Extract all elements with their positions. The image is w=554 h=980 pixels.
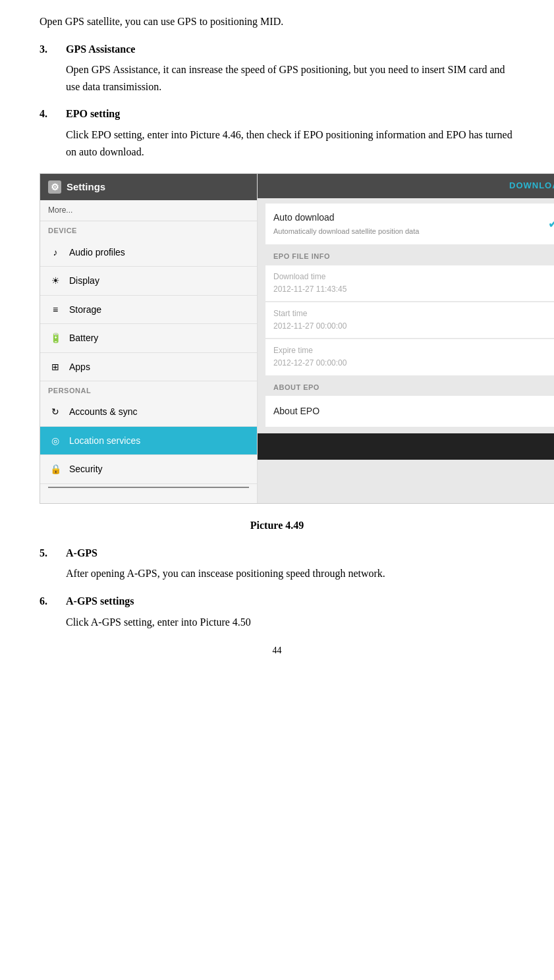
personal-section-label: PERSONAL xyxy=(40,381,257,398)
checkmark-icon: ✔ xyxy=(548,215,554,234)
storage-icon: ≡ xyxy=(48,302,63,317)
settings-screen: ⚙ Settings More... DEVICE ♪ Audio profil… xyxy=(40,174,554,503)
accounts-label: Accounts & sync xyxy=(69,404,138,419)
item-3-body: Open GPS Assistance, it can insrease the… xyxy=(66,61,514,95)
numbered-item-4: 4. EPO setting Click EPO setting, enter … xyxy=(40,105,514,160)
start-time-value: 2012-11-27 00:00:00 xyxy=(273,320,554,333)
display-label: Display xyxy=(69,273,99,288)
settings-item-apps[interactable]: ⊞ Apps xyxy=(40,353,257,381)
item-4-number: 4. xyxy=(40,105,66,160)
item-3-heading: GPS Assistance xyxy=(66,41,514,58)
accounts-icon: ↻ xyxy=(48,405,63,420)
auto-download-title: Auto download xyxy=(273,210,419,225)
numbered-item-6: 6. A-GPS settings Click A-GPS setting, e… xyxy=(40,593,514,630)
numbered-item-3: 3. GPS Assistance Open GPS Assistance, i… xyxy=(40,41,514,95)
settings-item-storage[interactable]: ≡ Storage xyxy=(40,296,257,324)
settings-divider xyxy=(48,487,249,488)
auto-download-subtitle: Automatically download satellite positio… xyxy=(273,226,419,238)
epo-file-info-label: EPO FILE INFO xyxy=(265,246,554,265)
item-5-content: A-GPS After opening A-GPS, you can insce… xyxy=(66,545,514,582)
item-6-content: A-GPS settings Click A-GPS setting, ente… xyxy=(66,593,514,630)
apps-label: Apps xyxy=(69,360,90,374)
picture-caption: Picture 4.49 xyxy=(40,517,514,534)
settings-item-battery[interactable]: 🔋 Battery xyxy=(40,324,257,352)
settings-item-security[interactable]: 🔒 Security xyxy=(40,455,257,483)
item-4-heading: EPO setting xyxy=(66,105,514,122)
settings-item-accounts[interactable]: ↻ Accounts & sync xyxy=(40,398,257,426)
auto-download-content: Auto download Automatically download sat… xyxy=(273,210,419,238)
start-time-row: Start time 2012-11-27 00:00:00 xyxy=(265,302,554,338)
document-body: Open GPS satellite, you can use GPS to p… xyxy=(40,13,514,659)
device-section-label: DEVICE xyxy=(40,221,257,238)
settings-more: More... xyxy=(40,200,257,221)
download-time-row: Download time 2012-11-27 11:43:45 xyxy=(265,265,554,301)
item-5-number: 5. xyxy=(40,545,66,582)
battery-label: Battery xyxy=(69,331,98,345)
audio-label: Audio profiles xyxy=(69,245,125,259)
apps-icon: ⊞ xyxy=(48,360,63,374)
location-label: Location services xyxy=(69,433,140,448)
settings-left-panel: ⚙ Settings More... DEVICE ♪ Audio profil… xyxy=(40,174,258,503)
bottom-bar xyxy=(258,433,554,460)
start-time-title: Start time xyxy=(273,308,554,320)
location-icon: ◎ xyxy=(48,433,63,448)
screenshot-container: ⚙ Settings More... DEVICE ♪ Audio profil… xyxy=(40,173,554,504)
intro-paragraph: Open GPS satellite, you can use GPS to p… xyxy=(40,13,514,30)
download-time-title: Download time xyxy=(273,271,554,283)
numbered-item-5: 5. A-GPS After opening A-GPS, you can in… xyxy=(40,545,514,582)
item-6-heading: A-GPS settings xyxy=(66,593,514,610)
item-6-number: 6. xyxy=(40,593,66,630)
item-4-body: Click EPO setting, enter into Picture 4.… xyxy=(66,126,514,160)
security-label: Security xyxy=(69,462,103,476)
download-time-value: 2012-11-27 11:43:45 xyxy=(273,283,554,296)
item-3-content: GPS Assistance Open GPS Assistance, it c… xyxy=(66,41,514,95)
battery-icon: 🔋 xyxy=(48,331,63,345)
item-3-number: 3. xyxy=(40,41,66,95)
auto-download-row[interactable]: Auto download Automatically download sat… xyxy=(265,204,554,244)
epo-section: Auto download Automatically download sat… xyxy=(258,198,554,433)
settings-item-location[interactable]: ◎ Location services xyxy=(40,427,257,455)
display-icon: ☀ xyxy=(48,274,63,288)
item-5-heading: A-GPS xyxy=(66,545,514,562)
item-5-body: After opening A-GPS, you can inscease po… xyxy=(66,565,514,582)
right-toolbar: DOWNLOAD xyxy=(258,174,554,198)
page-number: 44 xyxy=(40,643,514,658)
security-icon: 🔒 xyxy=(48,462,63,476)
item-4-content: EPO setting Click EPO setting, enter int… xyxy=(66,105,514,160)
settings-right-panel: DOWNLOAD Auto download Automatically dow… xyxy=(258,174,554,503)
download-button[interactable]: DOWNLOAD xyxy=(509,180,554,190)
audio-icon: ♪ xyxy=(48,245,63,259)
expire-time-value: 2012-12-27 00:00:00 xyxy=(273,357,554,369)
settings-title: Settings xyxy=(67,179,105,195)
item-6-body: Click A-GPS setting, enter into Picture … xyxy=(66,614,514,631)
settings-item-audio[interactable]: ♪ Audio profiles xyxy=(40,238,257,267)
gear-icon: ⚙ xyxy=(48,180,61,194)
about-epo-text: About EPO xyxy=(273,404,554,418)
settings-header: ⚙ Settings xyxy=(40,174,257,200)
about-epo-label: ABOUT EPO xyxy=(265,377,554,396)
about-epo-row[interactable]: About EPO xyxy=(265,396,554,426)
settings-item-display[interactable]: ☀ Display xyxy=(40,267,257,295)
storage-label: Storage xyxy=(69,302,101,317)
expire-time-row: Expire time 2012-12-27 00:00:00 xyxy=(265,339,554,375)
expire-time-title: Expire time xyxy=(273,344,554,357)
